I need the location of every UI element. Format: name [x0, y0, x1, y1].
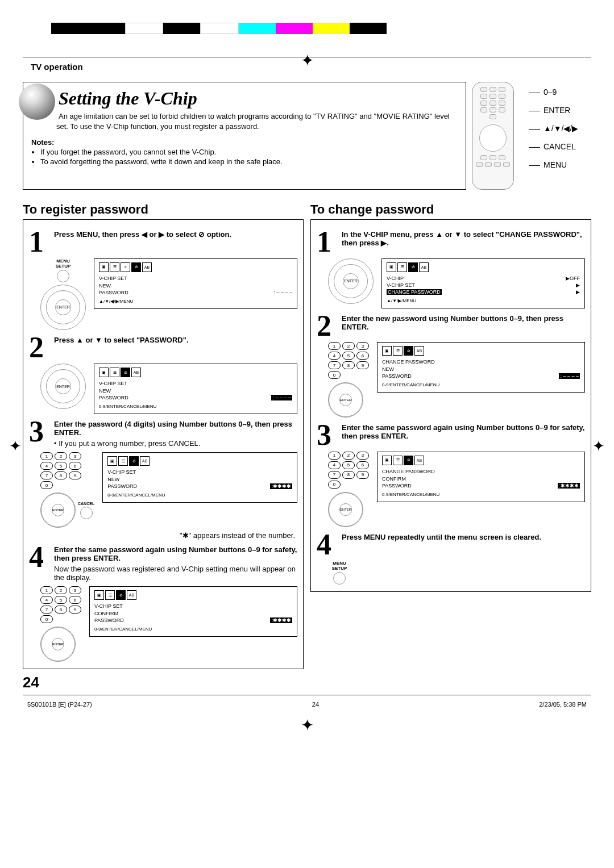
- page-title: Setting the V-Chip: [31, 88, 458, 109]
- numpad-icon: 123 456 789 0: [328, 452, 369, 489]
- remote-label: MENU: [544, 160, 567, 169]
- step-number: 1: [317, 230, 337, 254]
- numpad-icon: 123 456 789 0: [328, 342, 369, 379]
- dpad-icon: ENTER: [328, 258, 374, 304]
- bottom-rule: [23, 695, 591, 695]
- note-item: If you forget the password, you cannot s…: [40, 148, 458, 156]
- step-number: 2: [317, 314, 337, 338]
- osd-screen: ▣☰⊘AB V-CHIP SET NEW PASSWORD:✱✱✱✱ 0-9/E…: [102, 452, 297, 503]
- decorative-sphere-icon: [19, 84, 55, 120]
- remote-label: ▲/▼/◀/▶: [544, 124, 578, 133]
- remote-outline: [472, 82, 514, 190]
- step-text: In the V-CHIP menu, press ▲ or ▼ to sele…: [342, 230, 585, 254]
- footer-page: 24: [312, 701, 319, 708]
- remote-label: ENTER: [544, 106, 570, 115]
- right-procedure-box: 1 In the V-CHIP menu, press ▲ or ▼ to se…: [310, 219, 591, 592]
- page-number: 24: [23, 674, 39, 691]
- left-procedure-box: 1 Press MENU, then press ◀ or ▶ to selec…: [23, 219, 304, 669]
- step-text: Enter the same password again using Numb…: [342, 423, 585, 447]
- step-number: 4: [317, 533, 337, 557]
- step-number: 3: [317, 423, 337, 447]
- cancel-label: CANCEL: [78, 502, 94, 506]
- osd-screen: ▣☰⊘AB CHANGE PASSWORD NEW PASSWORD: – – …: [377, 342, 585, 393]
- step-text: Press MENU repeatedly until the menu scr…: [342, 533, 585, 557]
- footer-doc: 5S00101B [E] (P24-27): [27, 701, 92, 708]
- cancel-button-icon: [80, 507, 93, 519]
- osd-screen: ▣☰⊘AB V-CHIP SET NEW PASSWORD: – – – – 0…: [94, 364, 297, 414]
- numpad-icon: 123 456 789 0: [40, 586, 81, 623]
- footer-date: 2/23/05, 5:38 PM: [539, 701, 587, 708]
- osd-screen: ▣☰⊘AB V-CHIP▶OFF V-CHIP SET▶ CHANGE PASS…: [381, 258, 585, 308]
- dpad-icon: ENTER: [40, 285, 86, 330]
- note-item: To avoid forgetting the password, write …: [40, 157, 458, 166]
- menu-setup-label: MENU SETUP: [52, 258, 74, 269]
- remote-label: 0–9: [544, 87, 557, 97]
- osd-screen: ▣☰≡⊘AB V-CHIP SET NEW PASSWORD: – – – – …: [94, 258, 297, 309]
- color-registration-bar: [51, 23, 387, 34]
- dpad-icon: ENTER: [40, 364, 86, 409]
- dpad-icon: ENTER: [328, 382, 363, 418]
- menu-button-icon: [57, 270, 69, 282]
- menu-button-icon: [333, 572, 346, 585]
- registration-mark-icon: ✦: [23, 716, 591, 735]
- step-number: 1: [29, 230, 49, 254]
- registration-mark-icon: ✦: [9, 437, 22, 455]
- right-heading: To change password: [310, 202, 591, 217]
- step-footnote: "✱" appears instead of the number.: [29, 531, 295, 540]
- intro-box: Setting the V-Chip An age limitation can…: [23, 82, 466, 190]
- dpad-icon: ENTER: [40, 627, 76, 662]
- step-note: Now the password was registered and V-Ch…: [54, 565, 297, 582]
- step-text: Press ▲ or ▼ to select "PASSWORD".: [54, 336, 297, 360]
- step-number: 4: [29, 545, 49, 582]
- remote-label: CANCEL: [544, 142, 576, 151]
- step-text: Enter the new password using Number butt…: [342, 314, 585, 338]
- menu-setup-label: MENU SETUP: [328, 561, 351, 571]
- registration-mark-icon: ✦: [592, 437, 605, 455]
- dpad-icon: ENTER: [328, 492, 363, 527]
- left-heading: To register password: [23, 202, 304, 217]
- step-text: Enter the same password again using Numb…: [54, 545, 297, 562]
- step-number: 2: [29, 336, 49, 360]
- osd-screen: ▣☰⊘AB CHANGE PASSWORD CONFIRM PASSWORD:✱…: [377, 452, 585, 502]
- registration-mark-icon: ✦: [301, 51, 314, 70]
- step-text: Enter the password (4 digits) using Numb…: [54, 420, 297, 437]
- notes-block: Notes: If you forget the password, you c…: [31, 138, 458, 166]
- step-number: 3: [29, 420, 49, 448]
- osd-screen: ▣☰⊘AB V-CHIP SET CONFIRM PASSWORD:✱✱✱✱ 0…: [89, 586, 297, 637]
- step-text: Press MENU, then press ◀ or ▶ to select …: [54, 230, 297, 254]
- remote-diagram: 0–9 ENTER ▲/▼/◀/▶ CANCEL MENU: [472, 82, 591, 190]
- step-note: If you put a wrong number, press CANCEL.: [59, 439, 200, 448]
- intro-text: An age limitation can be set to forbid c…: [56, 111, 458, 131]
- notes-heading: Notes:: [31, 138, 458, 147]
- numpad-icon: 123 456 789 0: [40, 452, 94, 489]
- dpad-icon: ENTER: [40, 493, 76, 528]
